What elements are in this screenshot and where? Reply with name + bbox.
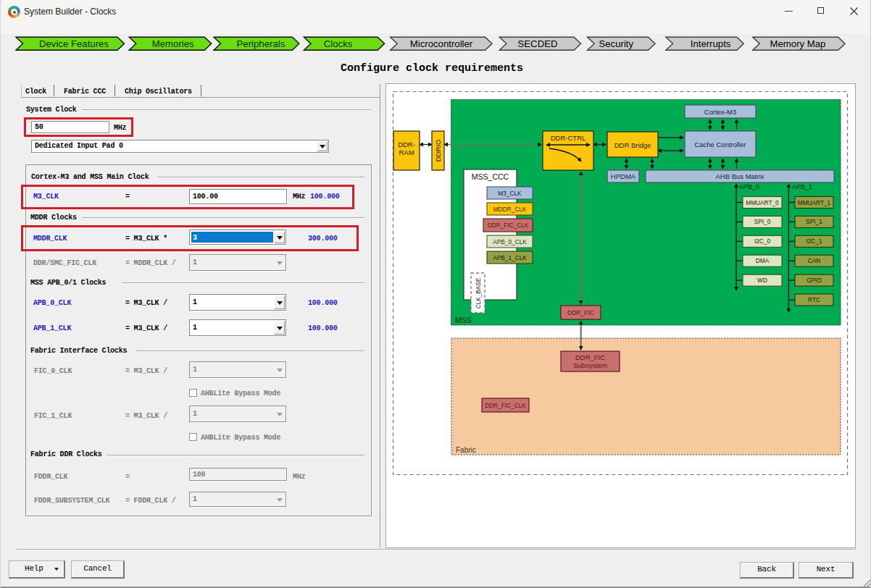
svg-text:CAN: CAN bbox=[808, 257, 821, 264]
svg-text:DDR-: DDR- bbox=[398, 140, 415, 148]
svg-text:MMUART_0: MMUART_0 bbox=[746, 199, 779, 206]
svg-text:Fabric: Fabric bbox=[456, 446, 476, 454]
svg-text:SPI_1: SPI_1 bbox=[806, 218, 822, 225]
svg-text:SPI_0: SPI_0 bbox=[754, 218, 771, 225]
svg-text:DDRIO: DDRIO bbox=[434, 140, 442, 162]
svg-text:CLK_BASE: CLK_BASE bbox=[475, 277, 482, 308]
svg-text:HPDMA: HPDMA bbox=[611, 172, 636, 180]
svg-text:DDR-CTRL: DDR-CTRL bbox=[551, 134, 586, 142]
svg-text:DDR_FIC: DDR_FIC bbox=[567, 309, 594, 316]
svg-text:I2C_0: I2C_0 bbox=[754, 238, 771, 245]
svg-text:Interrupts: Interrupts bbox=[691, 38, 731, 49]
svg-text:AHB Bus Matrix: AHB Bus Matrix bbox=[715, 172, 764, 180]
svg-text:Memory Map: Memory Map bbox=[770, 38, 826, 49]
svg-text:MDDR_CLK: MDDR_CLK bbox=[493, 206, 527, 213]
svg-text:GPIO: GPIO bbox=[807, 277, 822, 284]
svg-text:I2C_1: I2C_1 bbox=[806, 238, 822, 245]
svg-text:Clocks: Clocks bbox=[324, 38, 353, 49]
svg-text:APB_0_CLK: APB_0_CLK bbox=[493, 238, 527, 245]
svg-text:Security: Security bbox=[599, 38, 633, 49]
svg-text:Cortex-M3: Cortex-M3 bbox=[704, 108, 736, 116]
svg-text:DDR_FIC_CLK: DDR_FIC_CLK bbox=[488, 222, 529, 229]
svg-text:Subsystem: Subsystem bbox=[573, 361, 607, 369]
svg-text:APB_0: APB_0 bbox=[739, 183, 759, 190]
svg-text:Device Features: Device Features bbox=[39, 38, 109, 49]
svg-text:DDR_FIC: DDR_FIC bbox=[575, 353, 605, 361]
svg-text:APB_1: APB_1 bbox=[792, 183, 812, 190]
svg-text:DDR Bridge: DDR Bridge bbox=[614, 141, 651, 149]
svg-text:MSS: MSS bbox=[455, 316, 472, 324]
svg-text:RAM: RAM bbox=[399, 148, 414, 156]
svg-text:Cache Controller: Cache Controller bbox=[694, 140, 746, 148]
svg-text:Memories: Memories bbox=[152, 38, 194, 49]
svg-text:DDR_FIC_CLK: DDR_FIC_CLK bbox=[485, 402, 526, 409]
svg-text:MSS_CCC: MSS_CCC bbox=[472, 172, 509, 181]
svg-text:Microcontroller: Microcontroller bbox=[410, 38, 473, 49]
svg-text:RTC: RTC bbox=[808, 296, 820, 303]
svg-text:M3_CLK: M3_CLK bbox=[498, 190, 522, 197]
svg-text:Peripherals: Peripherals bbox=[237, 38, 286, 49]
svg-text:APB_1_CLK: APB_1_CLK bbox=[493, 254, 527, 261]
svg-text:SECDED: SECDED bbox=[518, 38, 558, 49]
svg-text:WD: WD bbox=[757, 277, 767, 284]
svg-text:MMUART_1: MMUART_1 bbox=[798, 199, 831, 206]
svg-text:DMA: DMA bbox=[756, 257, 770, 264]
